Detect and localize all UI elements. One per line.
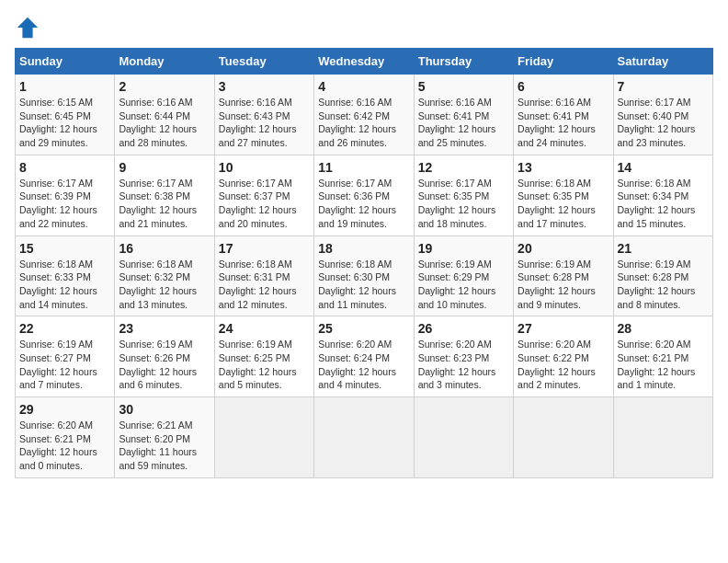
calendar-cell: 9 Sunrise: 6:17 AMSunset: 6:38 PMDayligh… (115, 155, 214, 236)
day-info: Sunrise: 6:16 AMSunset: 6:41 PMDaylight:… (418, 96, 509, 150)
weekday-row: SundayMondayTuesdayWednesdayThursdayFrid… (16, 49, 713, 75)
day-number: 24 (219, 321, 310, 336)
day-number: 22 (19, 321, 110, 336)
day-number: 10 (219, 160, 310, 175)
day-number: 21 (618, 241, 709, 256)
calendar-cell (214, 397, 313, 478)
day-number: 8 (19, 160, 110, 175)
day-info: Sunrise: 6:21 AMSunset: 6:20 PMDaylight:… (119, 419, 210, 473)
weekday-header: Sunday (16, 49, 115, 75)
weekday-header: Thursday (414, 49, 513, 75)
calendar-cell: 23 Sunrise: 6:19 AMSunset: 6:26 PMDaylig… (115, 316, 214, 397)
calendar-cell: 30 Sunrise: 6:21 AMSunset: 6:20 PMDaylig… (115, 397, 214, 478)
calendar-cell: 22 Sunrise: 6:19 AMSunset: 6:27 PMDaylig… (16, 316, 115, 397)
day-info: Sunrise: 6:19 AMSunset: 6:28 PMDaylight:… (618, 258, 709, 312)
day-info: Sunrise: 6:15 AMSunset: 6:45 PMDaylight:… (19, 96, 110, 150)
day-info: Sunrise: 6:17 AMSunset: 6:37 PMDaylight:… (219, 177, 310, 231)
weekday-header: Wednesday (314, 49, 414, 75)
calendar-cell: 2 Sunrise: 6:16 AMSunset: 6:44 PMDayligh… (115, 75, 214, 155)
day-number: 18 (318, 241, 409, 256)
day-number: 20 (518, 241, 609, 256)
calendar-cell: 17 Sunrise: 6:18 AMSunset: 6:31 PMDaylig… (214, 236, 313, 316)
calendar-cell: 25 Sunrise: 6:20 AMSunset: 6:24 PMDaylig… (314, 316, 414, 397)
calendar-cell: 12 Sunrise: 6:17 AMSunset: 6:35 PMDaylig… (414, 155, 513, 236)
svg-marker-0 (17, 17, 38, 38)
calendar-cell (414, 397, 513, 478)
day-info: Sunrise: 6:16 AMSunset: 6:44 PMDaylight:… (119, 96, 210, 150)
day-number: 15 (19, 241, 110, 256)
calendar-cell: 24 Sunrise: 6:19 AMSunset: 6:25 PMDaylig… (214, 316, 313, 397)
calendar-cell (613, 397, 712, 478)
day-info: Sunrise: 6:16 AMSunset: 6:43 PMDaylight:… (219, 96, 310, 150)
weekday-header: Tuesday (214, 49, 313, 75)
day-info: Sunrise: 6:18 AMSunset: 6:31 PMDaylight:… (219, 258, 310, 312)
day-info: Sunrise: 6:18 AMSunset: 6:35 PMDaylight:… (518, 177, 609, 231)
day-info: Sunrise: 6:20 AMSunset: 6:22 PMDaylight:… (518, 338, 609, 392)
day-info: Sunrise: 6:19 AMSunset: 6:29 PMDaylight:… (418, 258, 509, 312)
calendar-cell: 6 Sunrise: 6:16 AMSunset: 6:41 PMDayligh… (514, 75, 613, 155)
weekday-header: Friday (514, 49, 613, 75)
calendar-week-row: 22 Sunrise: 6:19 AMSunset: 6:27 PMDaylig… (16, 316, 713, 397)
calendar-cell: 14 Sunrise: 6:18 AMSunset: 6:34 PMDaylig… (613, 155, 712, 236)
day-number: 17 (219, 241, 310, 256)
calendar-cell: 5 Sunrise: 6:16 AMSunset: 6:41 PMDayligh… (414, 75, 513, 155)
day-number: 9 (119, 160, 210, 175)
day-info: Sunrise: 6:18 AMSunset: 6:34 PMDaylight:… (618, 177, 709, 231)
day-number: 27 (518, 321, 609, 336)
day-number: 16 (119, 241, 210, 256)
calendar-cell: 19 Sunrise: 6:19 AMSunset: 6:29 PMDaylig… (414, 236, 513, 316)
day-info: Sunrise: 6:19 AMSunset: 6:26 PMDaylight:… (119, 338, 210, 392)
calendar-cell (314, 397, 414, 478)
day-number: 14 (618, 160, 709, 175)
calendar-cell: 16 Sunrise: 6:18 AMSunset: 6:32 PMDaylig… (115, 236, 214, 316)
day-number: 13 (518, 160, 609, 175)
calendar-cell: 20 Sunrise: 6:19 AMSunset: 6:28 PMDaylig… (514, 236, 613, 316)
calendar-cell: 1 Sunrise: 6:15 AMSunset: 6:45 PMDayligh… (16, 75, 115, 155)
day-number: 2 (119, 79, 210, 94)
day-info: Sunrise: 6:17 AMSunset: 6:40 PMDaylight:… (618, 96, 709, 150)
calendar-cell: 15 Sunrise: 6:18 AMSunset: 6:33 PMDaylig… (16, 236, 115, 316)
day-info: Sunrise: 6:17 AMSunset: 6:36 PMDaylight:… (318, 177, 409, 231)
day-number: 25 (318, 321, 409, 336)
day-number: 11 (318, 160, 409, 175)
day-number: 5 (418, 79, 509, 94)
day-number: 23 (119, 321, 210, 336)
calendar-cell: 10 Sunrise: 6:17 AMSunset: 6:37 PMDaylig… (214, 155, 313, 236)
day-number: 7 (618, 79, 709, 94)
day-number: 26 (418, 321, 509, 336)
calendar-cell: 18 Sunrise: 6:18 AMSunset: 6:30 PMDaylig… (314, 236, 414, 316)
calendar-cell (514, 397, 613, 478)
day-info: Sunrise: 6:18 AMSunset: 6:33 PMDaylight:… (19, 258, 110, 312)
day-info: Sunrise: 6:20 AMSunset: 6:23 PMDaylight:… (418, 338, 509, 392)
day-number: 6 (518, 79, 609, 94)
day-number: 29 (19, 402, 110, 417)
calendar-cell: 13 Sunrise: 6:18 AMSunset: 6:35 PMDaylig… (514, 155, 613, 236)
calendar-cell: 11 Sunrise: 6:17 AMSunset: 6:36 PMDaylig… (314, 155, 414, 236)
calendar-week-row: 15 Sunrise: 6:18 AMSunset: 6:33 PMDaylig… (16, 236, 713, 316)
calendar-cell: 29 Sunrise: 6:20 AMSunset: 6:21 PMDaylig… (16, 397, 115, 478)
day-number: 30 (119, 402, 210, 417)
calendar-header: SundayMondayTuesdayWednesdayThursdayFrid… (16, 49, 713, 75)
calendar-week-row: 1 Sunrise: 6:15 AMSunset: 6:45 PMDayligh… (16, 75, 713, 155)
day-number: 4 (318, 79, 409, 94)
calendar-cell: 26 Sunrise: 6:20 AMSunset: 6:23 PMDaylig… (414, 316, 513, 397)
day-number: 28 (618, 321, 709, 336)
page-header (15, 15, 713, 40)
calendar-cell: 4 Sunrise: 6:16 AMSunset: 6:42 PMDayligh… (314, 75, 414, 155)
day-info: Sunrise: 6:17 AMSunset: 6:39 PMDaylight:… (19, 177, 110, 231)
logo (15, 15, 44, 40)
calendar-body: 1 Sunrise: 6:15 AMSunset: 6:45 PMDayligh… (16, 75, 713, 478)
day-info: Sunrise: 6:20 AMSunset: 6:21 PMDaylight:… (618, 338, 709, 392)
calendar-cell: 3 Sunrise: 6:16 AMSunset: 6:43 PMDayligh… (214, 75, 313, 155)
calendar-cell: 27 Sunrise: 6:20 AMSunset: 6:22 PMDaylig… (514, 316, 613, 397)
day-number: 12 (418, 160, 509, 175)
day-info: Sunrise: 6:17 AMSunset: 6:35 PMDaylight:… (418, 177, 509, 231)
day-info: Sunrise: 6:19 AMSunset: 6:27 PMDaylight:… (19, 338, 110, 392)
calendar-cell: 7 Sunrise: 6:17 AMSunset: 6:40 PMDayligh… (613, 75, 712, 155)
day-info: Sunrise: 6:20 AMSunset: 6:21 PMDaylight:… (19, 419, 110, 473)
day-info: Sunrise: 6:17 AMSunset: 6:38 PMDaylight:… (119, 177, 210, 231)
day-info: Sunrise: 6:19 AMSunset: 6:25 PMDaylight:… (219, 338, 310, 392)
day-info: Sunrise: 6:16 AMSunset: 6:42 PMDaylight:… (318, 96, 409, 150)
day-info: Sunrise: 6:16 AMSunset: 6:41 PMDaylight:… (518, 96, 609, 150)
day-info: Sunrise: 6:20 AMSunset: 6:24 PMDaylight:… (318, 338, 409, 392)
